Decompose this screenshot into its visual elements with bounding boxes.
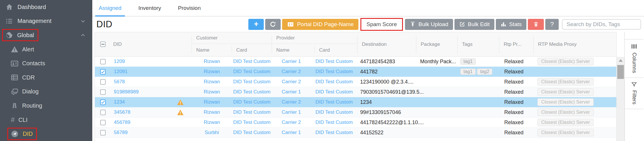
- customer-name-link[interactable]: Rizwan: [204, 120, 220, 125]
- chevron-down-icon[interactable]: [80, 18, 86, 24]
- delete-button[interactable]: [528, 19, 544, 30]
- sidebar-item-management[interactable]: Management: [0, 14, 92, 28]
- rtp-media-proxy-chip[interactable]: Closest (Elastic) Server: [537, 119, 594, 126]
- row-checkbox[interactable]: [100, 100, 106, 105]
- sidebar-item-dialog[interactable]: Dialog: [0, 85, 92, 99]
- provider-card-link[interactable]: DID Test Custom: [315, 59, 353, 64]
- bulk-edit-button[interactable]: Bulk Edit: [454, 19, 494, 30]
- provider-name-link[interactable]: Carrier 1: [282, 59, 301, 64]
- did-link[interactable]: 12091: [114, 69, 128, 75]
- table-row[interactable]: 456789RizwanDID Test CustomCarrier 2DID …: [95, 118, 616, 128]
- sidebar-item-did[interactable]: DID: [0, 127, 92, 141]
- rtp-media-proxy-chip[interactable]: Closest (Elastic) Server: [537, 58, 594, 65]
- col-header-rtp-media-proxy[interactable]: RTP Media Proxy: [533, 32, 616, 56]
- sidebar-item-cli[interactable]: #CLI: [0, 113, 92, 127]
- table-row[interactable]: 1209RizwanDID Test CustomCarrier 1DID Te…: [95, 57, 616, 67]
- rtp-media-proxy-chip[interactable]: Closest (Elastic) Server: [537, 109, 594, 116]
- did-link[interactable]: 56789: [114, 130, 128, 135]
- sidebar-item-cdr[interactable]: CDR: [0, 70, 92, 85]
- rtp-media-proxy-chip[interactable]: Closest (Elastic) Server: [537, 129, 594, 136]
- stats-button[interactable]: Stats: [496, 19, 526, 30]
- portal-did-page-name-button[interactable]: Portal DID Page-Name: [282, 19, 358, 30]
- tag-chip[interactable]: tag2: [477, 68, 492, 75]
- row-checkbox[interactable]: [100, 120, 106, 125]
- col-header-customer-name[interactable]: Name: [192, 44, 232, 56]
- row-checkbox[interactable]: [100, 69, 106, 75]
- scroll-up-arrow-icon[interactable]: [619, 59, 623, 62]
- col-header-provider-name[interactable]: Name: [272, 44, 314, 56]
- customer-name-link[interactable]: Rizwan: [204, 89, 220, 95]
- spam-score-button[interactable]: Spam Score: [361, 19, 402, 30]
- select-all-checkbox[interactable]: [100, 41, 106, 47]
- provider-name-link[interactable]: Carrier 2: [282, 120, 301, 125]
- table-row[interactable]: 12091RizwanDID Test CustomCarrier 2DID T…: [95, 67, 616, 77]
- vertical-scrollbar[interactable]: [617, 57, 624, 141]
- rtp-media-proxy-chip[interactable]: Closest (Elastic) Server: [537, 78, 594, 86]
- provider-name-link[interactable]: Carrier 2: [282, 79, 301, 85]
- col-header-customer-card[interactable]: Card: [232, 44, 272, 56]
- did-link[interactable]: 919898989: [114, 89, 139, 95]
- customer-card-link[interactable]: DID Test Custom: [233, 69, 270, 75]
- tab-provision[interactable]: Provision: [176, 0, 202, 16]
- customer-name-link[interactable]: Rizwan: [204, 59, 220, 64]
- table-row[interactable]: 1234RizwanDID Test CustomCarrier 2DID Te…: [95, 97, 616, 107]
- customer-card-link[interactable]: DID Test Custom: [233, 109, 270, 115]
- provider-name-link[interactable]: Carrier 1: [282, 89, 301, 95]
- customer-card-link[interactable]: DID Test Custom: [233, 120, 270, 125]
- customer-name-link[interactable]: Rizwan: [204, 109, 220, 115]
- col-header-destination[interactable]: Destination: [357, 32, 416, 56]
- provider-card-link[interactable]: DID Test Custom: [315, 120, 353, 125]
- rtp-media-proxy-chip[interactable]: Closest (Elastic) Server: [537, 98, 594, 106]
- customer-name-link[interactable]: Rizwan: [204, 69, 220, 75]
- sidebar-item-alert[interactable]: Alert: [0, 42, 92, 57]
- scrollbar-thumb[interactable]: [617, 65, 624, 79]
- filters-panel-tab[interactable]: Filters: [625, 78, 643, 109]
- provider-card-link[interactable]: DID Test Custom: [315, 69, 353, 75]
- customer-card-link[interactable]: DID Test Custom: [233, 130, 270, 135]
- tab-inventory[interactable]: Inventory: [137, 0, 163, 16]
- provider-card-link[interactable]: DID Test Custom: [315, 89, 353, 95]
- col-header-did[interactable]: DID: [113, 41, 122, 47]
- provider-card-link[interactable]: DID Test Custom: [315, 130, 353, 135]
- table-row[interactable]: 56789SurbhiDID Test CustomCarrier 1DID T…: [95, 128, 616, 138]
- sidebar-item-routing[interactable]: Routing: [0, 99, 92, 113]
- did-link[interactable]: 1234: [114, 99, 125, 105]
- provider-name-link[interactable]: Carrier 2: [282, 99, 301, 105]
- provider-card-link[interactable]: DID Test Custom: [315, 109, 353, 115]
- provider-name-link[interactable]: Carrier 2: [282, 69, 301, 75]
- col-header-provider-card[interactable]: Card: [314, 44, 357, 56]
- row-checkbox[interactable]: [100, 59, 106, 64]
- row-checkbox[interactable]: [100, 130, 106, 135]
- customer-name-link[interactable]: Surbhi: [205, 130, 219, 135]
- row-checkbox[interactable]: [100, 79, 106, 85]
- row-checkbox[interactable]: [100, 110, 106, 115]
- sidebar-item-contacts[interactable]: Contacts: [0, 56, 92, 70]
- help-button[interactable]: ?: [545, 19, 559, 30]
- customer-card-link[interactable]: DID Test Custom: [233, 59, 270, 64]
- table-row[interactable]: 5678RizwanDID Test CustomCarrier 2DID Te…: [95, 77, 616, 87]
- add-did-button[interactable]: +: [248, 19, 264, 30]
- tag-chip[interactable]: tag1: [460, 68, 476, 75]
- customer-card-link[interactable]: DID Test Custom: [233, 89, 270, 95]
- row-checkbox[interactable]: [100, 89, 106, 95]
- columns-panel-tab[interactable]: Columns: [625, 39, 643, 78]
- provider-name-link[interactable]: Carrier 1: [282, 109, 301, 115]
- col-header-rtp-profile[interactable]: Rtp Pr...: [499, 32, 533, 56]
- did-link[interactable]: 345678: [114, 109, 130, 115]
- table-row[interactable]: 345678RizwanDID Test CustomCarrier 1DID …: [95, 107, 616, 118]
- tab-assigned[interactable]: Assigned: [97, 0, 123, 16]
- did-link[interactable]: 456789: [114, 120, 130, 125]
- provider-name-link[interactable]: Carrier 1: [282, 130, 301, 135]
- did-link[interactable]: 5678: [114, 79, 125, 85]
- bulk-upload-button[interactable]: Bulk Upload: [405, 19, 453, 30]
- col-header-package[interactable]: Package: [416, 32, 457, 56]
- sidebar-item-global[interactable]: Global: [0, 28, 92, 42]
- sidebar-item-dashboard[interactable]: Dashboard: [0, 0, 92, 14]
- refresh-button[interactable]: [265, 19, 281, 30]
- chevron-up-icon[interactable]: [80, 32, 86, 38]
- rtp-media-proxy-chip[interactable]: Closest (Elastic) Server: [537, 88, 594, 96]
- search-input[interactable]: [562, 19, 641, 30]
- provider-card-link[interactable]: DID Test Custom: [315, 99, 353, 105]
- table-row[interactable]: 919898989RizwanDID Test CustomCarrier 1D…: [95, 87, 616, 97]
- customer-card-link[interactable]: DID Test Custom: [233, 99, 270, 105]
